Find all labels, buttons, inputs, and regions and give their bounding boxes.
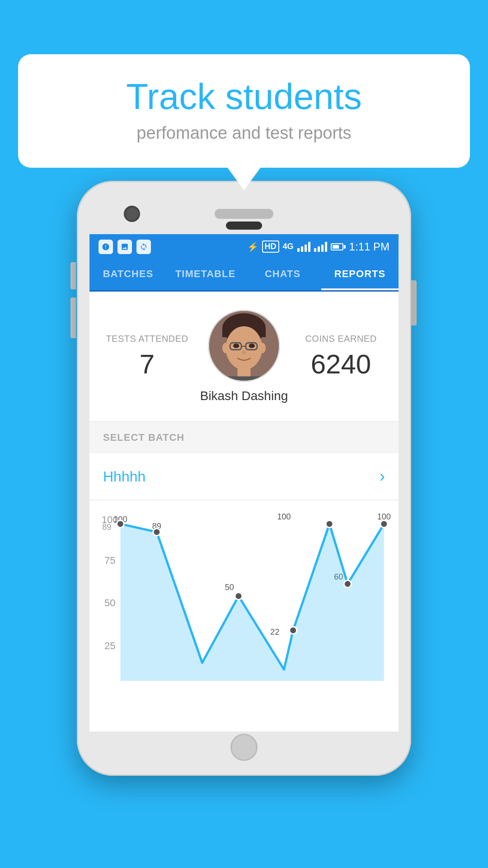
svg-point-4	[233, 344, 239, 348]
signal-bar2-4	[325, 242, 327, 252]
top-bezel	[89, 193, 399, 234]
status-time: 1:11 PM	[349, 241, 389, 253]
svg-text:22: 22	[270, 627, 279, 637]
tab-reports[interactable]: REPORTS	[321, 259, 399, 290]
signal-bars	[297, 242, 310, 252]
speaker-grille	[215, 209, 273, 219]
status-bar: ⚡ HD 4G	[89, 234, 399, 259]
volume-up-button	[70, 262, 76, 289]
tests-attended-box: TESTS ATTENDED 7	[103, 334, 191, 380]
bubble-title: Track students	[45, 77, 443, 117]
batch-item[interactable]: Hhhhh ›	[89, 453, 399, 500]
select-batch-header: SELECT BATCH	[89, 421, 399, 453]
volume-buttons	[70, 262, 77, 338]
signal-bar-4	[308, 242, 310, 252]
avatar-section: Bikash Dashing	[191, 310, 297, 403]
chart-point-5	[290, 627, 297, 634]
svg-point-9	[242, 351, 246, 354]
earpiece	[226, 222, 262, 230]
phone-inner: ⚡ HD 4G	[89, 193, 399, 763]
svg-text:25: 25	[104, 640, 116, 651]
front-camera	[126, 208, 138, 220]
battery-fill	[333, 245, 339, 249]
tests-attended-label: TESTS ATTENDED	[103, 334, 191, 344]
tests-attended-value: 7	[103, 349, 191, 380]
user-name: Bikash Dashing	[200, 389, 288, 403]
tab-timetable[interactable]: TIMETABLE	[167, 259, 244, 290]
signal-bar-1	[297, 248, 300, 252]
svg-rect-13	[222, 376, 266, 382]
home-button[interactable]	[230, 734, 258, 761]
hd-badge: HD	[262, 241, 279, 253]
image-icon	[117, 240, 132, 254]
coins-earned-box: COINS EARNED 6240	[297, 334, 385, 380]
status-icons-left	[99, 240, 151, 254]
volume-down-button	[70, 297, 76, 338]
svg-text:100: 100	[277, 512, 291, 521]
power-button	[411, 280, 418, 326]
phone-screen: ⚡ HD 4G	[89, 234, 399, 731]
chart-area: 100 89 75 50 25 100 89 50 100 22 60 100	[89, 500, 399, 681]
bubble-subtitle: perfomance and test reports	[45, 123, 443, 143]
svg-text:50: 50	[225, 583, 234, 592]
chart-point-1	[153, 528, 160, 536]
chevron-right-icon: ›	[380, 467, 385, 486]
svg-text:50: 50	[104, 598, 116, 609]
svg-point-11	[259, 343, 266, 353]
coins-earned-value: 6240	[297, 349, 385, 380]
battery-icon	[331, 243, 346, 250]
battery-body	[331, 243, 343, 250]
svg-text:89: 89	[102, 523, 111, 532]
chart-point-3	[235, 593, 242, 600]
chart-point-0	[117, 520, 124, 528]
notification-icon	[99, 240, 113, 254]
phone-mockup: ⚡ HD 4G	[77, 181, 411, 776]
signal-bar-3	[305, 245, 307, 252]
speech-bubble: Track students perfomance and test repor…	[18, 54, 470, 168]
signal-bar2-2	[318, 246, 320, 252]
chart-point-7	[344, 580, 351, 588]
tab-batches[interactable]: BATCHES	[89, 259, 167, 290]
profile-section: TESTS ATTENDED 7	[89, 292, 399, 421]
battery-tip	[344, 245, 346, 249]
svg-point-10	[222, 343, 229, 353]
chart-point-8	[380, 520, 388, 528]
svg-text:75: 75	[104, 555, 116, 566]
network-label: 4G	[283, 242, 294, 251]
bottom-bezel	[89, 731, 399, 763]
signal-bars-2	[314, 242, 327, 252]
status-icons-right: ⚡ HD 4G	[247, 241, 389, 253]
signal-bar-2	[301, 246, 303, 252]
coins-earned-label: COINS EARNED	[297, 334, 385, 344]
nav-tabs: BATCHES TIMETABLE CHATS REPORTS	[89, 259, 399, 292]
signal-bar2-3	[321, 245, 324, 252]
performance-chart: 100 89 75 50 25 100 89 50 100 22 60 100	[89, 509, 399, 681]
avatar	[208, 310, 280, 382]
signal-bar2-1	[314, 248, 316, 252]
bluetooth-icon: ⚡	[247, 241, 258, 252]
sync-icon	[136, 240, 151, 254]
tab-chats[interactable]: CHATS	[244, 259, 321, 290]
phone-outer: ⚡ HD 4G	[77, 181, 411, 776]
chart-point-6	[326, 520, 333, 528]
svg-point-5	[249, 344, 255, 348]
batch-name: Hhhhh	[103, 468, 145, 485]
